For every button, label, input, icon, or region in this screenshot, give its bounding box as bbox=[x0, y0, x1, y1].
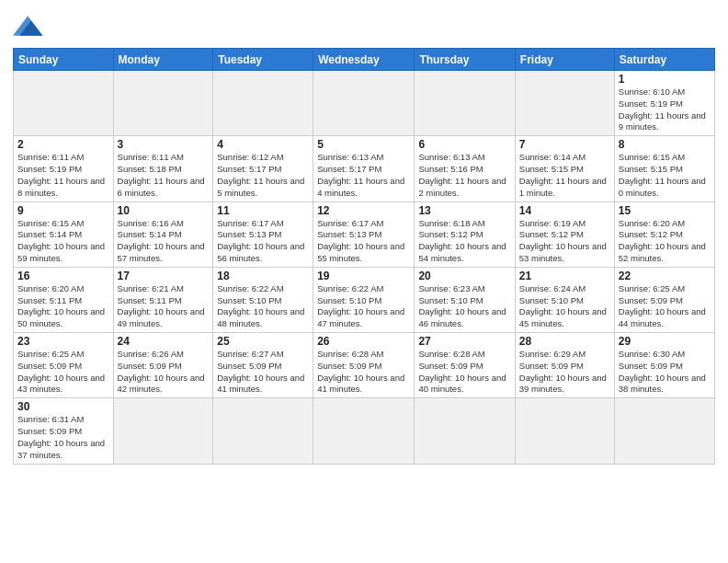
day-info: Sunrise: 6:11 AM Sunset: 5:18 PM Dayligh… bbox=[118, 152, 210, 199]
day-info: Sunrise: 6:16 AM Sunset: 5:14 PM Dayligh… bbox=[118, 218, 210, 265]
day-info: Sunrise: 6:14 AM Sunset: 5:15 PM Dayligh… bbox=[519, 152, 610, 199]
day-number: 16 bbox=[17, 270, 109, 282]
weekday-header-saturday: Saturday bbox=[614, 49, 714, 71]
day-info: Sunrise: 6:25 AM Sunset: 5:09 PM Dayligh… bbox=[619, 283, 711, 330]
day-info: Sunrise: 6:28 AM Sunset: 5:09 PM Dayligh… bbox=[317, 349, 410, 396]
day-info: Sunrise: 6:22 AM Sunset: 5:10 PM Dayligh… bbox=[217, 283, 309, 330]
day-cell: 5Sunrise: 6:13 AM Sunset: 5:17 PM Daylig… bbox=[313, 136, 415, 201]
day-number: 26 bbox=[317, 335, 410, 348]
weekday-header-monday: Monday bbox=[113, 49, 213, 71]
day-cell: 9Sunrise: 6:15 AM Sunset: 5:14 PM Daylig… bbox=[14, 201, 114, 267]
weekday-header-row: SundayMondayTuesdayWednesdayThursdayFrid… bbox=[14, 49, 715, 71]
day-number: 6 bbox=[418, 138, 510, 151]
day-info: Sunrise: 6:20 AM Sunset: 5:12 PM Dayligh… bbox=[619, 218, 711, 265]
day-cell: 10Sunrise: 6:16 AM Sunset: 5:14 PM Dayli… bbox=[113, 201, 213, 267]
day-cell bbox=[313, 71, 415, 136]
day-number: 19 bbox=[317, 270, 410, 282]
day-number: 21 bbox=[519, 270, 610, 282]
day-number: 14 bbox=[519, 204, 610, 217]
week-row-3: 16Sunrise: 6:20 AM Sunset: 5:11 PM Dayli… bbox=[14, 267, 715, 332]
day-number: 28 bbox=[519, 335, 610, 348]
day-info: Sunrise: 6:22 AM Sunset: 5:10 PM Dayligh… bbox=[317, 283, 410, 330]
day-cell: 12Sunrise: 6:17 AM Sunset: 5:13 PM Dayli… bbox=[313, 201, 415, 267]
day-cell: 6Sunrise: 6:13 AM Sunset: 5:16 PM Daylig… bbox=[415, 136, 515, 201]
day-cell: 4Sunrise: 6:12 AM Sunset: 5:17 PM Daylig… bbox=[213, 136, 313, 201]
day-cell bbox=[213, 71, 313, 136]
week-row-5: 30Sunrise: 6:31 AM Sunset: 5:09 PM Dayli… bbox=[14, 398, 715, 464]
day-info: Sunrise: 6:17 AM Sunset: 5:13 PM Dayligh… bbox=[217, 218, 309, 265]
day-cell: 23Sunrise: 6:25 AM Sunset: 5:09 PM Dayli… bbox=[14, 333, 114, 398]
day-cell: 17Sunrise: 6:21 AM Sunset: 5:11 PM Dayli… bbox=[113, 267, 213, 332]
logo-icon bbox=[13, 9, 46, 42]
day-cell: 7Sunrise: 6:14 AM Sunset: 5:15 PM Daylig… bbox=[515, 136, 614, 201]
day-cell: 22Sunrise: 6:25 AM Sunset: 5:09 PM Dayli… bbox=[614, 267, 714, 332]
calendar: SundayMondayTuesdayWednesdayThursdayFrid… bbox=[13, 48, 715, 465]
weekday-header-thursday: Thursday bbox=[415, 49, 515, 71]
day-number: 3 bbox=[118, 138, 210, 151]
day-cell bbox=[415, 398, 515, 464]
day-info: Sunrise: 6:21 AM Sunset: 5:11 PM Dayligh… bbox=[118, 283, 210, 330]
day-info: Sunrise: 6:13 AM Sunset: 5:17 PM Dayligh… bbox=[317, 152, 410, 199]
day-cell: 8Sunrise: 6:15 AM Sunset: 5:15 PM Daylig… bbox=[614, 136, 714, 201]
day-cell bbox=[213, 398, 313, 464]
day-cell: 19Sunrise: 6:22 AM Sunset: 5:10 PM Dayli… bbox=[313, 267, 415, 332]
day-info: Sunrise: 6:23 AM Sunset: 5:10 PM Dayligh… bbox=[418, 283, 510, 330]
day-number: 12 bbox=[317, 204, 410, 217]
day-number: 23 bbox=[17, 335, 109, 348]
day-number: 11 bbox=[217, 204, 309, 217]
day-info: Sunrise: 6:24 AM Sunset: 5:10 PM Dayligh… bbox=[519, 283, 610, 330]
day-info: Sunrise: 6:13 AM Sunset: 5:16 PM Dayligh… bbox=[418, 152, 510, 199]
day-number: 9 bbox=[17, 204, 109, 217]
day-cell: 25Sunrise: 6:27 AM Sunset: 5:09 PM Dayli… bbox=[213, 333, 313, 398]
day-cell bbox=[515, 398, 614, 464]
day-number: 18 bbox=[217, 270, 309, 282]
week-row-4: 23Sunrise: 6:25 AM Sunset: 5:09 PM Dayli… bbox=[14, 333, 715, 398]
day-number: 1 bbox=[619, 73, 711, 86]
day-info: Sunrise: 6:10 AM Sunset: 5:19 PM Dayligh… bbox=[619, 86, 711, 133]
week-row-2: 9Sunrise: 6:15 AM Sunset: 5:14 PM Daylig… bbox=[14, 201, 715, 267]
day-info: Sunrise: 6:15 AM Sunset: 5:15 PM Dayligh… bbox=[619, 152, 711, 199]
week-row-1: 2Sunrise: 6:11 AM Sunset: 5:19 PM Daylig… bbox=[14, 136, 715, 201]
day-cell: 20Sunrise: 6:23 AM Sunset: 5:10 PM Dayli… bbox=[415, 267, 515, 332]
day-number: 24 bbox=[118, 335, 210, 348]
day-number: 10 bbox=[118, 204, 210, 217]
day-info: Sunrise: 6:31 AM Sunset: 5:09 PM Dayligh… bbox=[17, 414, 109, 461]
day-cell: 21Sunrise: 6:24 AM Sunset: 5:10 PM Dayli… bbox=[515, 267, 614, 332]
day-cell: 29Sunrise: 6:30 AM Sunset: 5:09 PM Dayli… bbox=[614, 333, 714, 398]
day-cell bbox=[14, 71, 114, 136]
day-info: Sunrise: 6:11 AM Sunset: 5:19 PM Dayligh… bbox=[17, 152, 109, 199]
day-cell bbox=[113, 71, 213, 136]
day-info: Sunrise: 6:30 AM Sunset: 5:09 PM Dayligh… bbox=[619, 349, 711, 396]
day-info: Sunrise: 6:29 AM Sunset: 5:09 PM Dayligh… bbox=[519, 349, 610, 396]
day-info: Sunrise: 6:17 AM Sunset: 5:13 PM Dayligh… bbox=[317, 218, 410, 265]
day-info: Sunrise: 6:26 AM Sunset: 5:09 PM Dayligh… bbox=[118, 349, 210, 396]
day-number: 30 bbox=[17, 400, 109, 413]
week-row-0: 1Sunrise: 6:10 AM Sunset: 5:19 PM Daylig… bbox=[14, 71, 715, 136]
day-number: 5 bbox=[317, 138, 410, 151]
day-info: Sunrise: 6:19 AM Sunset: 5:12 PM Dayligh… bbox=[519, 218, 610, 265]
day-number: 15 bbox=[619, 204, 711, 217]
day-cell: 24Sunrise: 6:26 AM Sunset: 5:09 PM Dayli… bbox=[113, 333, 213, 398]
day-info: Sunrise: 6:28 AM Sunset: 5:09 PM Dayligh… bbox=[418, 349, 510, 396]
day-cell: 1Sunrise: 6:10 AM Sunset: 5:19 PM Daylig… bbox=[614, 71, 714, 136]
day-info: Sunrise: 6:15 AM Sunset: 5:14 PM Dayligh… bbox=[17, 218, 109, 265]
day-number: 20 bbox=[418, 270, 510, 282]
day-info: Sunrise: 6:12 AM Sunset: 5:17 PM Dayligh… bbox=[217, 152, 309, 199]
day-info: Sunrise: 6:27 AM Sunset: 5:09 PM Dayligh… bbox=[217, 349, 309, 396]
day-cell: 18Sunrise: 6:22 AM Sunset: 5:10 PM Dayli… bbox=[213, 267, 313, 332]
day-cell: 2Sunrise: 6:11 AM Sunset: 5:19 PM Daylig… bbox=[14, 136, 114, 201]
day-cell: 14Sunrise: 6:19 AM Sunset: 5:12 PM Dayli… bbox=[515, 201, 614, 267]
day-number: 7 bbox=[519, 138, 610, 151]
logo bbox=[13, 9, 50, 42]
day-cell bbox=[415, 71, 515, 136]
day-number: 22 bbox=[619, 270, 711, 282]
day-cell bbox=[614, 398, 714, 464]
day-cell: 3Sunrise: 6:11 AM Sunset: 5:18 PM Daylig… bbox=[113, 136, 213, 201]
day-info: Sunrise: 6:20 AM Sunset: 5:11 PM Dayligh… bbox=[17, 283, 109, 330]
weekday-header-tuesday: Tuesday bbox=[213, 49, 313, 71]
day-cell bbox=[313, 398, 415, 464]
header bbox=[13, 9, 715, 42]
weekday-header-friday: Friday bbox=[515, 49, 614, 71]
weekday-header-sunday: Sunday bbox=[14, 49, 114, 71]
day-cell: 30Sunrise: 6:31 AM Sunset: 5:09 PM Dayli… bbox=[14, 398, 114, 464]
